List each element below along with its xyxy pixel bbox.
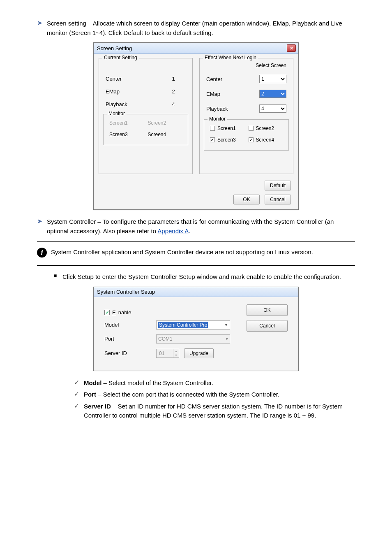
check-icon: ✓: [74, 390, 81, 398]
screen-setting-dialog: Screen Setting ✕ Current Setting Center1…: [93, 42, 299, 210]
controller-intro: Click Setup to enter the System Controll…: [62, 272, 341, 282]
eff-monitor-screen1[interactable]: Screen1: [210, 125, 244, 131]
center-screen-select[interactable]: 1: [259, 75, 286, 83]
server-id-stepper[interactable]: 01 ▲▼: [156, 349, 179, 358]
eff-monitor-screen4[interactable]: ✔Screen4: [249, 137, 283, 143]
spinner-down-icon[interactable]: ▼: [173, 353, 179, 357]
port-select[interactable]: COM1 ▾: [156, 334, 230, 343]
default-button[interactable]: Default: [265, 181, 291, 190]
eff-center-label: Center: [206, 76, 259, 82]
select-screen-header: Select Screen: [204, 61, 289, 72]
scs-title: System Controller Setup: [97, 289, 155, 295]
close-icon[interactable]: ✕: [287, 44, 296, 52]
divider: [37, 265, 355, 266]
cur-monitor-screen4: Screen4: [148, 132, 182, 137]
effect-group: Effect When Next Login Select Screen Cen…: [199, 58, 293, 174]
playback-screen-select[interactable]: 4: [259, 104, 286, 113]
cur-emap-label: EMap: [106, 88, 161, 95]
cur-center-value: 1: [161, 76, 186, 82]
checkbox-icon[interactable]: ✔: [249, 137, 254, 142]
current-setting-group: Current Setting Center1 EMap2 Playback4 …: [99, 58, 193, 174]
eff-monitor-screen2[interactable]: Screen2: [249, 125, 283, 131]
bullet-arrow-icon: ➤: [37, 217, 44, 225]
checkbox-icon[interactable]: [249, 126, 254, 131]
serverid-label: Server ID: [104, 350, 150, 356]
model-select[interactable]: System Controller Pro ▼: [156, 320, 230, 330]
check-model: Model – Select model of the System Contr…: [84, 378, 213, 388]
cur-monitor-screen2: Screen2: [148, 120, 182, 126]
model-label: Model: [104, 322, 150, 328]
appendix-link[interactable]: Appendix A: [157, 227, 189, 234]
eff-emap-label: EMap: [206, 91, 259, 97]
checkbox-icon[interactable]: [210, 126, 215, 131]
chevron-down-icon: ▼: [224, 323, 228, 327]
check-icon: ✓: [74, 378, 81, 386]
divider: [37, 241, 355, 242]
port-label: Port: [104, 336, 150, 342]
effect-legend: Effect When Next Login: [203, 55, 258, 60]
current-monitor-legend: Monitor: [107, 111, 127, 116]
effect-monitor-legend: Monitor: [208, 116, 227, 122]
eff-playback-label: Playback: [206, 106, 259, 112]
chevron-down-icon: ▾: [226, 337, 228, 341]
intro-bullet1: Screen setting – Allocate which screen t…: [47, 19, 355, 37]
check-icon: ✓: [74, 402, 81, 410]
current-setting-legend: Current Setting: [102, 55, 139, 60]
cur-playback-label: Playback: [106, 101, 161, 107]
check-serverid: Server ID – Set an ID number for HD CMS …: [84, 402, 355, 420]
bullet-arrow-icon: ➤: [37, 19, 44, 27]
note-text: System Controller application and System…: [51, 248, 313, 257]
cur-monitor-screen1: Screen1: [109, 120, 144, 126]
emap-screen-select[interactable]: 2: [259, 90, 286, 98]
cur-monitor-screen3: Screen3: [109, 132, 144, 137]
cur-playback-value: 4: [161, 101, 186, 107]
info-icon: i: [37, 248, 47, 258]
system-controller-text: System Controller – To configure the par…: [47, 217, 355, 236]
check-port: Port – Select the com port that is conne…: [84, 390, 279, 399]
checkbox-icon[interactable]: ✔: [210, 137, 215, 142]
upgrade-button[interactable]: Upgrade: [184, 348, 214, 358]
screen-setting-titlebar: Screen Setting ✕: [94, 43, 298, 54]
system-controller-dialog: System Controller Setup ✓ Enable Model S…: [93, 287, 299, 371]
cur-center-label: Center: [106, 76, 161, 82]
current-monitor-group: Monitor Screen1 Screen2 Screen3 Screen4: [103, 114, 188, 145]
cancel-button[interactable]: Cancel: [265, 195, 291, 204]
effect-monitor-group: Monitor Screen1 Screen2 ✔Screen3 ✔Screen…: [204, 119, 289, 151]
scs-titlebar: System Controller Setup: [94, 287, 298, 297]
ok-button[interactable]: OK: [233, 195, 260, 204]
scs-cancel-button[interactable]: Cancel: [247, 320, 288, 332]
screen-setting-title: Screen Setting: [97, 45, 132, 51]
scs-ok-button[interactable]: OK: [247, 304, 288, 316]
eff-monitor-screen3[interactable]: ✔Screen3: [210, 137, 244, 143]
enable-checkbox[interactable]: ✓ Enable: [104, 309, 150, 316]
checkbox-icon[interactable]: ✓: [104, 310, 110, 315]
spinner-up-icon[interactable]: ▲: [173, 349, 179, 353]
bullet-square-icon: ■: [53, 272, 59, 279]
cur-emap-value: 2: [161, 88, 186, 95]
